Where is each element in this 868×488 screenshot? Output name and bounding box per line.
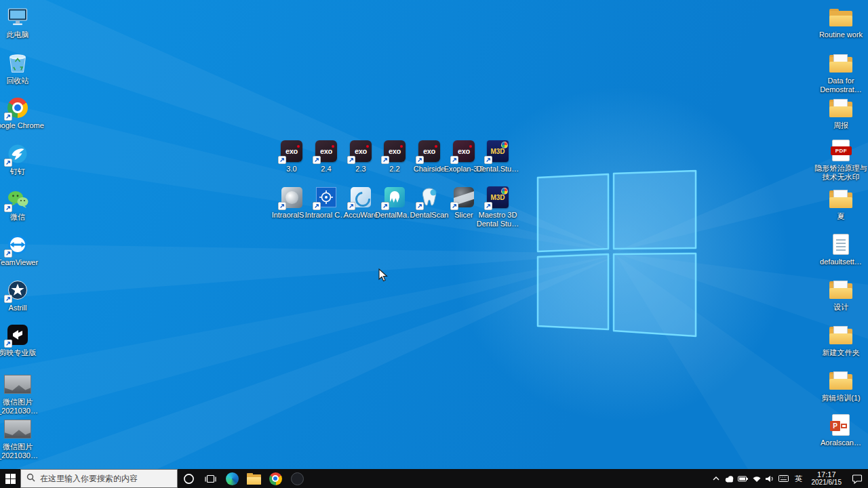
icon-label: Data for Demostrat…: [814, 77, 868, 94]
desktop-icon-new-folder[interactable]: 新建文件夹: [818, 323, 863, 357]
shortcut-arrow-icon: [4, 113, 12, 121]
shortcut-arrow-icon: [313, 156, 321, 164]
recycle-bin-icon: [4, 52, 31, 75]
input-language-indicator[interactable]: 英: [791, 469, 807, 488]
network-tray-icon[interactable]: [750, 469, 764, 488]
speaker-icon: [766, 475, 774, 483]
capcut-icon: [4, 323, 31, 346]
desktop-background[interactable]: 此电脑 回收站 Google Chrome 钉钉 微信 Team: [0, 0, 868, 488]
pdf-file-icon: PDF: [827, 139, 854, 162]
desktop-icon-data-for-demo[interactable]: Data for Demostrat…: [818, 52, 863, 94]
exocad-icon: exo: [381, 140, 408, 163]
shortcut-arrow-icon: [416, 156, 424, 164]
shortcut-arrow-icon: [4, 204, 12, 212]
chrome-icon: [269, 472, 282, 485]
icon-label: Maestro 3D Dental Stu…: [471, 211, 525, 228]
folder-with-files-icon: [827, 369, 854, 392]
windows-logo-wallpaper: [0, 0, 868, 488]
desktop-icon-weekly-report[interactable]: 周报: [818, 96, 863, 130]
this-pc-icon: [4, 5, 31, 28]
desktop-icon-design-folder[interactable]: 设计: [818, 278, 863, 312]
wallpaper-glow: [441, 75, 800, 434]
desktop-icon-defaultsettings[interactable]: defaultsett…: [818, 232, 863, 266]
exocad-icon: exo: [347, 140, 374, 163]
icon-label: 微信: [0, 213, 45, 222]
shortcut-arrow-icon: [347, 156, 355, 164]
desktop-icon-aoralscan-ppt[interactable]: P Aoralscan…: [818, 413, 863, 447]
powerpoint-file-icon: P: [827, 413, 854, 436]
system-tray: 英 17:17 2021/6/15: [709, 469, 868, 488]
file-explorer-button[interactable]: [243, 469, 264, 488]
action-center-button[interactable]: [846, 469, 868, 488]
icon-label: 剪辑培训(1): [814, 394, 868, 403]
desktop-icon-xia-folder[interactable]: 夏: [818, 187, 863, 221]
chrome-taskbar-button[interactable]: [264, 469, 286, 488]
dark-app-button[interactable]: [286, 469, 308, 488]
icon-label: 钉钉: [0, 167, 45, 176]
taskbar-clock[interactable]: 17:17 2021/6/15: [807, 469, 847, 488]
start-button[interactable]: [0, 469, 20, 488]
astrill-icon: [4, 279, 31, 302]
clock-date: 2021/6/15: [812, 479, 842, 487]
keyboard-icon: [778, 475, 789, 482]
teamviewer-icon: [4, 233, 31, 256]
shortcut-arrow-icon: [347, 202, 355, 210]
icon-label: 新建文件夹: [814, 348, 868, 357]
desktop-icon-astrill[interactable]: Astrill: [0, 279, 37, 312]
icon-label: 微信图片_2021030…: [0, 443, 45, 460]
dingtalk-icon: [4, 142, 31, 165]
mouse-cursor: [378, 268, 388, 285]
touch-keyboard-tray-icon[interactable]: [777, 469, 791, 488]
taskbar-search-box[interactable]: 在这里输入你要搜索的内容: [20, 469, 178, 488]
icon-label: 回收站: [0, 77, 45, 85]
cloud-icon: [724, 475, 735, 483]
search-icon: [26, 472, 35, 485]
icon-label: 设计: [814, 303, 868, 312]
shortcut-arrow-icon: [450, 156, 458, 164]
show-hidden-icons-button[interactable]: [709, 469, 723, 488]
desktop-icon-teamviewer[interactable]: TeamViewer: [0, 233, 37, 267]
desktop-icon-this-pc[interactable]: 此电脑: [0, 5, 37, 39]
dentalscan-tooth-icon: [416, 186, 443, 209]
desktop-icon-wechat-image-2[interactable]: 微信图片_2021030…: [0, 418, 37, 460]
accuware-icon: [347, 186, 374, 209]
desktop-icon-wechat-image-1[interactable]: 微信图片_2021030…: [0, 373, 37, 415]
desktop-icon-editing-training[interactable]: 剪辑培训(1): [818, 369, 863, 403]
shortcut-arrow-icon: [278, 202, 286, 210]
notification-icon: [852, 474, 863, 484]
icon-label: Astrill: [0, 304, 45, 312]
desktop-icon-routine-work[interactable]: Routine work: [818, 5, 863, 39]
folder-with-files-icon: [827, 96, 854, 119]
folder-with-files-icon: [827, 52, 854, 75]
exocad-icon: exo: [313, 140, 340, 163]
desktop-icon-google-chrome[interactable]: Google Chrome: [0, 96, 37, 130]
onedrive-tray-icon[interactable]: [723, 469, 736, 488]
desktop-icon-maestro-3d[interactable]: M3D Maestro 3D Dental Stu…: [479, 186, 516, 228]
desktop-icon-recycle-bin[interactable]: 回收站: [0, 52, 37, 85]
desktop-icon-dingtalk[interactable]: 钉钉: [0, 142, 37, 176]
document-file-icon: [827, 232, 854, 256]
dark-app-icon: [291, 472, 304, 485]
desktop-icon-pdf-invisible-ortho[interactable]: PDF 隐形矫治原理与技术无水印: [818, 139, 863, 181]
desktop-icon-wechat[interactable]: 微信: [0, 188, 37, 222]
chrome-icon: [4, 96, 31, 119]
volume-tray-icon[interactable]: [764, 469, 777, 488]
shortcut-arrow-icon: [484, 156, 492, 164]
icon-label: 周报: [814, 121, 868, 130]
icon-label: Dental.Stu…: [471, 165, 525, 174]
task-view-button[interactable]: [199, 469, 221, 488]
icon-label: defaultsett…: [814, 258, 868, 266]
windows-logo-icon: [5, 474, 16, 484]
battery-icon: [738, 476, 748, 482]
icon-label: Aoralscan…: [814, 439, 868, 447]
shortcut-arrow-icon: [278, 156, 286, 164]
slicer-icon: [450, 186, 477, 209]
edge-button[interactable]: [221, 469, 243, 488]
desktop-icon-m3d-dental-studio[interactable]: M3D Dental.Stu…: [479, 140, 516, 174]
battery-tray-icon[interactable]: [736, 469, 750, 488]
cortana-button[interactable]: [178, 469, 199, 488]
search-placeholder: 在这里输入你要搜索的内容: [40, 473, 138, 485]
desktop-icon-capcut[interactable]: 剪映专业版: [0, 323, 37, 357]
shortcut-arrow-icon: [381, 156, 389, 164]
folder-with-files-icon: [827, 278, 854, 301]
